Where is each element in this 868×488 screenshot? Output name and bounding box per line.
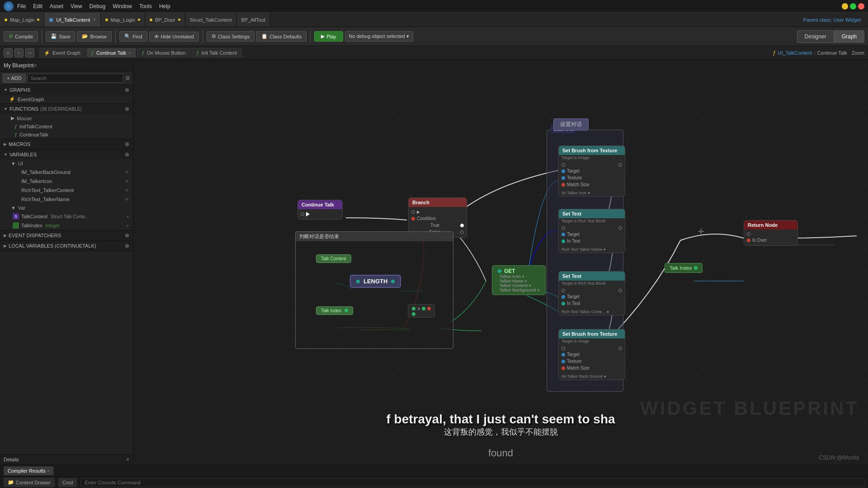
macros-add-button[interactable]: ⊕ (125, 141, 129, 147)
collapse-arrow[interactable]: ▸ (127, 214, 129, 219)
talk-content-var[interactable]: S TalkContent Struct Talk Conte... ▸ (0, 212, 133, 221)
cmd-input[interactable] (80, 478, 864, 487)
length-node[interactable]: LENGTH (350, 275, 401, 288)
var-type-icon (13, 178, 19, 184)
menu-debug[interactable]: Debug (90, 3, 105, 9)
tab-struct-talk[interactable]: Struct_TalkContent (185, 13, 237, 27)
tab-bp-door[interactable]: BP_Door (145, 13, 185, 27)
graph-tab-close[interactable]: × (128, 51, 131, 55)
init-talk-content-item[interactable]: ƒ InitTalkContent (0, 122, 133, 131)
collapse-arrow[interactable]: ▸ (127, 223, 129, 228)
pin-label: In Text (567, 301, 580, 306)
menu-help[interactable]: Help (159, 3, 170, 9)
menu-edit[interactable]: Edit (33, 3, 42, 9)
tab-close-button[interactable]: × (93, 17, 96, 22)
event-dispatchers-add[interactable]: ⊕ (125, 232, 129, 239)
menu-view[interactable]: View (71, 3, 82, 9)
graphs-add-button[interactable]: ⊕ (125, 87, 129, 93)
functions-header[interactable]: ▼ FUNCTIONS (38 OVERRIDABLE) ⊕ (0, 104, 133, 114)
pin-label: Is Over (752, 238, 767, 243)
functions-add-button[interactable]: ⊕ (125, 106, 129, 112)
tab-map-login-2[interactable]: Map_Login (101, 13, 145, 27)
she-zhi-dui-hua-button[interactable]: 设置对话 (553, 118, 589, 131)
menu-file[interactable]: File (17, 3, 26, 9)
exec-pin (559, 162, 625, 168)
set-brush-texture-1-node[interactable]: Set Brush from Texture Target is Image T… (558, 145, 625, 197)
compare-node[interactable]: > (408, 304, 435, 318)
browse-button[interactable]: 📂 Browse (77, 31, 112, 42)
graph-button[interactable]: Graph (834, 30, 864, 43)
tab-event-graph[interactable]: ⚡ Event Graph (39, 48, 85, 58)
close-button[interactable] (858, 3, 864, 9)
eye-icon[interactable]: 👁 (125, 179, 129, 184)
play-button[interactable]: ▶ Play (314, 31, 343, 42)
rich-text-name-var[interactable]: RichText_TalkerName 👁 (0, 195, 133, 204)
tab-bp-alltool[interactable]: BP_AllTool (237, 13, 270, 27)
search-input[interactable] (28, 74, 123, 83)
class-defaults-button[interactable]: 📋 Class Defaults (256, 31, 307, 42)
compile-button[interactable]: ⚙ Compile (4, 31, 38, 42)
get-node[interactable]: GET Talker Icon ● Talker Name ● Talker C… (492, 265, 546, 295)
tab-ui-talk-content[interactable]: ▣ UI_TalkContent × (44, 13, 100, 27)
local-variables-header[interactable]: ▶ LOCAL VARIABLES (CONTINUETALK) ⊕ (0, 241, 133, 251)
mouse-category[interactable]: ▶ Mouse (0, 114, 133, 122)
continue-talk-item[interactable]: ƒ ContinueTalk (0, 131, 133, 139)
breadcrumb-root[interactable]: UI_TalkContent (778, 50, 812, 56)
tab-on-mouse-button[interactable]: ƒ On Mouse Button (137, 48, 191, 57)
return-node[interactable]: Return Node Is Over (744, 220, 798, 246)
designer-button[interactable]: Designer (797, 30, 834, 43)
tab-continue-talk[interactable]: ƒ Continue Talk × (86, 48, 136, 57)
tab-map-login-1[interactable]: Map_Login (0, 13, 44, 27)
find-button[interactable]: 🔍 Find (119, 31, 147, 42)
navigation-widget[interactable]: ✛ (694, 225, 708, 238)
im-talker-icon-var[interactable]: IM_TalkerIcon 👁 (0, 177, 133, 186)
event-graph-item[interactable]: ⚡ EventGraph (0, 95, 133, 103)
set-text-1-node[interactable]: Set Text Target is Rich Text Block Targe… (558, 209, 625, 253)
talk-content-inner-button[interactable]: Talk Content (316, 254, 351, 263)
talk-index-output-node[interactable]: Talk Index (665, 263, 703, 273)
rich-text-content-var[interactable]: RichText_TalkerContent 👁 (0, 186, 133, 195)
eye-icon[interactable]: 👁 (125, 197, 129, 202)
talk-index-var[interactable]: TalkIndex Integer ▸ (0, 221, 133, 230)
talk-index-button[interactable]: Talk Index (316, 306, 353, 315)
home-button[interactable]: ⌂ (4, 48, 13, 57)
menu-window[interactable]: Window (113, 3, 132, 9)
settings-icon[interactable]: ⚙ (125, 75, 130, 81)
save-button[interactable]: 💾 Save (46, 31, 75, 42)
variables-add-button[interactable]: ⊕ (125, 151, 129, 158)
condition-pin: Condition (409, 215, 467, 222)
menu-bar[interactable]: File Edit Asset View Debug Window Tools … (17, 3, 170, 9)
graphs-header[interactable]: ▼ GRAPHS ⊕ (0, 85, 133, 95)
var-category[interactable]: ▼ Var (0, 204, 133, 212)
continue-talk-node[interactable]: Continue Talk (297, 200, 343, 220)
details-close-button[interactable]: × (126, 456, 129, 463)
compiler-results-tab[interactable]: Compiler Results × (4, 466, 54, 475)
eye-icon[interactable]: 👁 (125, 188, 129, 193)
blueprint-close-button[interactable]: × (34, 62, 37, 69)
tab-init-talk-content[interactable]: ƒ Init Talk Content (191, 48, 242, 57)
hide-unrelated-button[interactable]: 👁 Hide Unrelated (149, 32, 199, 42)
macros-header[interactable]: ▶ MACROS ⊕ (0, 139, 133, 149)
comment-box-pan-duan[interactable]: 判断对话是否结束 Talk Content LENGTH Talk Index (295, 231, 453, 349)
minimize-button[interactable] (842, 3, 848, 9)
maximize-button[interactable] (850, 3, 856, 9)
add-button[interactable]: + ADD (3, 74, 26, 83)
im-talker-background-var[interactable]: IM_TalkerBackGround 👁 (0, 168, 133, 177)
compiler-tab-close[interactable]: × (47, 469, 50, 473)
menu-asset[interactable]: Asset (50, 3, 63, 9)
graph-canvas[interactable]: Continue Talk Branch ▶ Co (133, 60, 868, 465)
forward-button[interactable]: → (25, 48, 34, 57)
content-drawer-button[interactable]: 📁 Content Drawer (4, 478, 55, 487)
cmd-button[interactable]: Cmd (58, 478, 77, 487)
class-settings-button[interactable]: ⚙ Class Settings (207, 31, 255, 42)
eye-icon[interactable]: 👁 (125, 170, 129, 175)
event-dispatchers-header[interactable]: ▶ EVENT DISPATCHERS ⊕ (0, 230, 133, 240)
ui-category[interactable]: ▼ UI (0, 160, 133, 168)
menu-tools[interactable]: Tools (139, 3, 152, 9)
variables-header[interactable]: ▼ VARIABLES ⊕ (0, 150, 133, 160)
back-button[interactable]: ← (14, 48, 24, 57)
local-vars-add[interactable]: ⊕ (125, 243, 129, 249)
set-text-2-node[interactable]: Set Text Target is Rich Text Block Targe… (558, 271, 625, 315)
set-brush-texture-2-node[interactable]: Set Brush from Texture Target is Image T… (558, 329, 625, 380)
debug-select[interactable]: No debug object selected ▾ (345, 31, 413, 42)
